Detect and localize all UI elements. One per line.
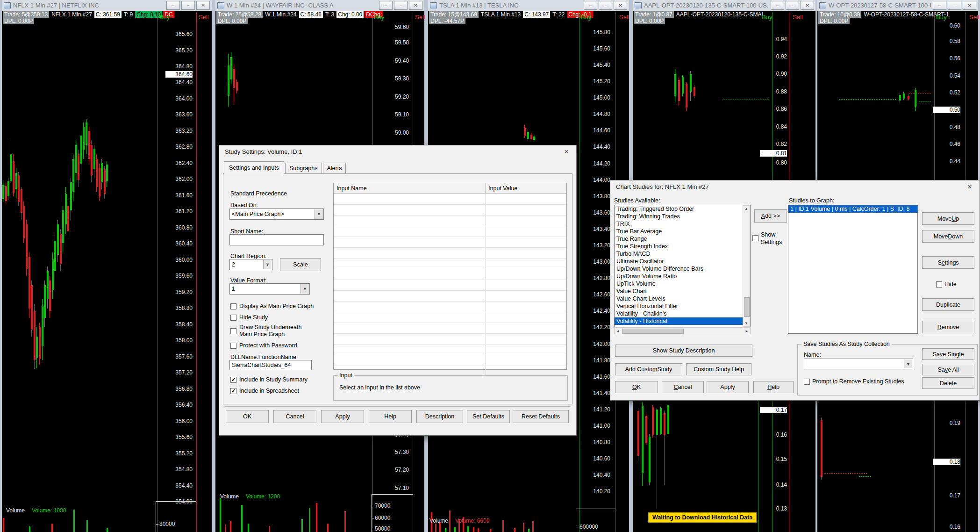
- study-list-item[interactable]: Up/Down Volume Difference Bars: [615, 265, 743, 273]
- table-row[interactable]: [334, 280, 566, 291]
- study-list-item[interactable]: True Strength Index: [615, 243, 743, 250]
- description-button[interactable]: Description: [416, 410, 463, 423]
- minimize-button[interactable]: –: [771, 1, 784, 10]
- display-as-main-checkbox[interactable]: [230, 303, 236, 309]
- table-row[interactable]: [334, 345, 566, 355]
- based-on-select[interactable]: <Main Price Graph>▼: [229, 208, 324, 220]
- show-settings-checkbox[interactable]: [752, 235, 758, 241]
- maximize-button[interactable]: ▫: [181, 1, 195, 10]
- table-row[interactable]: [334, 323, 566, 334]
- study-list-item[interactable]: True Bar Average: [615, 228, 743, 235]
- table-row[interactable]: [334, 248, 566, 259]
- minimize-button[interactable]: –: [584, 1, 597, 10]
- study-settings-dialog[interactable]: Study Settings: Volume, ID:1 ✕ Settings …: [219, 145, 577, 436]
- maximize-button[interactable]: ▫: [948, 1, 961, 10]
- tab-alerts[interactable]: Alerts: [323, 163, 346, 174]
- inputs-table[interactable]: Input Name Input Value: [333, 183, 567, 370]
- table-row[interactable]: [334, 269, 566, 280]
- remove-button[interactable]: Remove: [922, 321, 974, 333]
- studies-available-list[interactable]: Trading: Triggered Stop OrderTrading: Wi…: [614, 205, 751, 327]
- delete-button[interactable]: Delete: [922, 377, 974, 389]
- table-row[interactable]: [334, 355, 566, 366]
- table-row[interactable]: [334, 291, 566, 302]
- maximize-button[interactable]: ▫: [394, 1, 408, 10]
- close-button[interactable]: ✕: [963, 1, 976, 10]
- maximize-button[interactable]: ▫: [786, 1, 799, 10]
- graph-list-item[interactable]: 1 | ID:1 Volume | 0 ms | CalcOrder: 1 | …: [788, 205, 917, 213]
- study-list-item[interactable]: Value Chart: [615, 288, 743, 295]
- study-list-item[interactable]: Turbo MACD: [615, 250, 743, 258]
- help-button[interactable]: Help: [753, 381, 794, 393]
- study-list-item[interactable]: Volatility - Chaikin's: [615, 310, 743, 317]
- table-row[interactable]: [334, 194, 566, 205]
- tab-settings-and-inputs[interactable]: Settings and Inputs: [224, 161, 284, 174]
- apply-button[interactable]: Apply: [321, 410, 364, 423]
- close-button[interactable]: ✕: [614, 1, 627, 10]
- help-button[interactable]: Help: [369, 410, 412, 423]
- close-button[interactable]: ✕: [409, 1, 422, 10]
- include-spreadsheet-checkbox[interactable]: ✓: [230, 388, 236, 394]
- study-list-item[interactable]: Trading: Triggered Stop Order: [615, 205, 743, 213]
- ok-button[interactable]: OK: [226, 410, 269, 423]
- show-study-description-button[interactable]: Show Study Description: [615, 345, 752, 357]
- collection-name-select[interactable]: ▼: [804, 359, 913, 369]
- chevron-down-icon[interactable]: ▼: [300, 284, 309, 294]
- study-list-item[interactable]: Volatility - Historical: [615, 317, 743, 325]
- protect-password-checkbox[interactable]: [230, 343, 236, 349]
- move-up-button[interactable]: Move Up: [922, 212, 974, 225]
- minimize-button[interactable]: –: [166, 1, 180, 10]
- study-list-item[interactable]: TRIX: [615, 220, 743, 228]
- minimize-button[interactable]: –: [379, 1, 393, 10]
- ok-button[interactable]: OK: [615, 381, 658, 393]
- table-row[interactable]: [334, 312, 566, 323]
- move-down-button[interactable]: Move Down: [922, 230, 974, 243]
- studies-to-graph-list[interactable]: 1 | ID:1 Volume | 0 ms | CalcOrder: 1 | …: [788, 205, 918, 334]
- table-row[interactable]: [334, 334, 566, 345]
- chevron-down-icon[interactable]: ▼: [315, 209, 323, 219]
- table-row[interactable]: [334, 216, 566, 226]
- table-row[interactable]: [334, 259, 566, 269]
- close-icon[interactable]: ✕: [964, 182, 976, 192]
- window-nflx[interactable]: NFLX 1 Min #27 | NETFLIX INC–▫✕Trade: 5@…: [0, 0, 214, 532]
- prompt-remove-checkbox[interactable]: [804, 379, 810, 385]
- tab-subgraphs[interactable]: Subgraphs: [285, 163, 322, 174]
- value-format-select[interactable]: 1▼: [229, 283, 310, 295]
- dll-input[interactable]: SierraChartStudies_64: [229, 360, 312, 370]
- horizontal-scrollbar[interactable]: ◄ ►: [614, 327, 751, 334]
- table-row[interactable]: [334, 226, 566, 237]
- reset-defaults-button[interactable]: Reset Defaults: [513, 410, 569, 423]
- apply-button[interactable]: Apply: [707, 381, 749, 393]
- table-row[interactable]: [334, 302, 566, 312]
- add-custom-study-button[interactable]: Add Custom Study: [615, 363, 682, 375]
- chart-studies-dialog[interactable]: Chart Studies for: NFLX 1 Min #27 ✕ Stud…: [610, 180, 980, 401]
- cancel-button[interactable]: Cancel: [662, 381, 704, 393]
- study-list-item[interactable]: True Range: [615, 235, 743, 243]
- chevron-down-icon[interactable]: ▼: [263, 260, 272, 269]
- save-single-button[interactable]: Save Single: [922, 348, 974, 360]
- window-titlebar[interactable]: NFLX 1 Min #27 | NETFLIX INC–▫✕: [2, 0, 212, 11]
- study-list-item[interactable]: Up/Down Volume Ratio: [615, 273, 743, 280]
- cancel-button[interactable]: Cancel: [273, 410, 316, 423]
- add-study-button[interactable]: Add >>: [754, 209, 787, 223]
- maximize-button[interactable]: ▫: [599, 1, 612, 10]
- table-row[interactable]: [334, 237, 566, 248]
- settings-button[interactable]: Settings: [922, 256, 974, 269]
- chart-region-select[interactable]: 2▼: [229, 259, 272, 270]
- duplicate-button[interactable]: Duplicate: [922, 298, 974, 311]
- study-list-item[interactable]: Ultimate Oscillator: [615, 258, 743, 265]
- draw-underneath-checkbox[interactable]: [230, 328, 236, 334]
- study-list-item[interactable]: Trading: Winning Trades: [615, 213, 743, 220]
- set-defaults-button[interactable]: Set Defaults: [467, 410, 510, 423]
- short-name-input[interactable]: [229, 234, 324, 245]
- window-titlebar[interactable]: W 1 Min #24 | WAYFAIR INC- CLASS A–▫✕: [215, 0, 424, 11]
- study-list-item[interactable]: Value Chart Levels: [615, 295, 743, 302]
- hide-study-checkbox[interactable]: [230, 315, 236, 321]
- custom-study-help-button[interactable]: Custom Study Help: [686, 363, 751, 375]
- include-summary-checkbox[interactable]: ✓: [230, 377, 236, 383]
- hide-checkbox[interactable]: [936, 281, 942, 288]
- close-button[interactable]: ✕: [801, 1, 814, 10]
- study-list-item[interactable]: UpTick Volume: [615, 280, 743, 288]
- scale-button[interactable]: Scale: [280, 258, 321, 271]
- study-list-item[interactable]: Vertical Horizontal Filter: [615, 302, 743, 310]
- save-all-button[interactable]: Save All: [922, 364, 974, 375]
